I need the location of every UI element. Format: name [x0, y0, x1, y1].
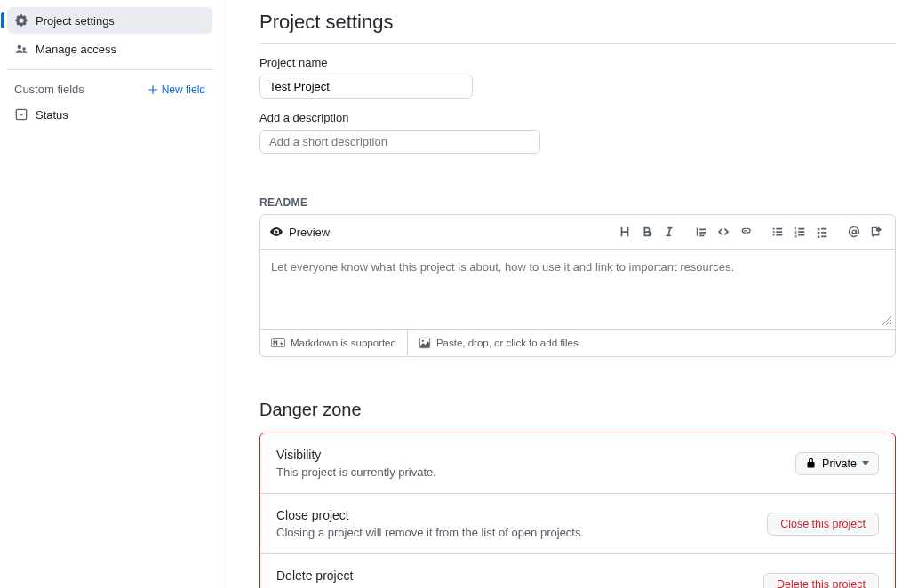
delete-title: Delete project — [276, 568, 627, 583]
description-input[interactable] — [259, 130, 540, 154]
danger-row-close: Close project Closing a project will rem… — [260, 493, 895, 553]
sidebar-item-manage-access[interactable]: Manage access — [7, 36, 212, 62]
sidebar-item-project-settings[interactable]: Project settings — [7, 7, 212, 34]
markdown-icon — [271, 338, 285, 348]
sidebar-divider — [7, 69, 212, 70]
visibility-desc: This project is currently private. — [276, 465, 436, 479]
main: Project settings Project name Add a desc… — [228, 0, 910, 588]
close-title: Close project — [276, 508, 584, 522]
add-files-note[interactable]: Paste, drop, or click to add files — [407, 330, 589, 356]
custom-fields-header: Custom fields New field — [7, 77, 212, 101]
mention-icon[interactable] — [844, 222, 864, 242]
unordered-list-icon[interactable] — [768, 222, 787, 242]
ordered-list-icon[interactable] — [790, 222, 810, 242]
delete-project-button[interactable]: Delete this project — [763, 573, 879, 589]
readme-footer: Markdown is supported Paste, drop, or cl… — [260, 329, 895, 356]
readme-textarea[interactable] — [260, 250, 895, 326]
quote-icon[interactable] — [691, 222, 711, 242]
people-icon — [14, 42, 28, 56]
single-select-icon — [14, 107, 28, 122]
markdown-supported-note[interactable]: Markdown is supported — [260, 330, 407, 355]
gear-icon — [14, 13, 28, 28]
plus-icon — [148, 84, 158, 95]
danger-row-delete: Delete project Once you delete a project… — [260, 553, 895, 588]
close-project-button[interactable]: Close this project — [767, 513, 879, 536]
svg-point-3 — [422, 340, 424, 342]
project-name-label: Project name — [259, 56, 896, 69]
new-field-button[interactable]: New field — [148, 83, 205, 96]
task-list-icon[interactable] — [812, 222, 832, 242]
danger-row-visibility: Visibility This project is currently pri… — [260, 433, 895, 493]
bold-icon[interactable] — [637, 222, 657, 242]
danger-zone: Visibility This project is currently pri… — [259, 433, 896, 588]
preview-label: Preview — [289, 226, 330, 239]
preview-button[interactable]: Preview — [269, 225, 330, 239]
readme-toolbar: Preview — [260, 215, 895, 250]
eye-icon — [269, 225, 283, 239]
heading-icon[interactable] — [615, 222, 635, 242]
custom-fields-title: Custom fields — [14, 83, 84, 96]
sidebar-item-label: Manage access — [36, 43, 116, 56]
page-title: Project settings — [259, 11, 896, 44]
image-icon — [419, 337, 431, 349]
lock-icon — [805, 457, 817, 469]
readme-editor: Preview — [259, 214, 896, 357]
visibility-title: Visibility — [276, 448, 436, 462]
chevron-down-icon — [862, 461, 869, 465]
sidebar-field-label: Status — [36, 108, 68, 122]
sidebar: Project settings Manage access Custom fi… — [0, 0, 228, 588]
danger-zone-title: Danger zone — [259, 400, 896, 420]
new-field-label: New field — [162, 83, 205, 96]
close-desc: Closing a project will remove it from th… — [276, 526, 584, 539]
italic-icon[interactable] — [659, 222, 679, 242]
description-label: Add a description — [259, 111, 896, 124]
readme-label: README — [259, 196, 896, 209]
code-icon[interactable] — [714, 222, 733, 242]
cross-reference-icon[interactable] — [866, 222, 886, 242]
visibility-button[interactable]: Private — [795, 452, 879, 475]
project-name-input[interactable] — [259, 75, 473, 99]
link-icon[interactable] — [736, 222, 755, 242]
sidebar-item-label: Project settings — [36, 14, 115, 28]
sidebar-field-status[interactable]: Status — [7, 101, 212, 128]
